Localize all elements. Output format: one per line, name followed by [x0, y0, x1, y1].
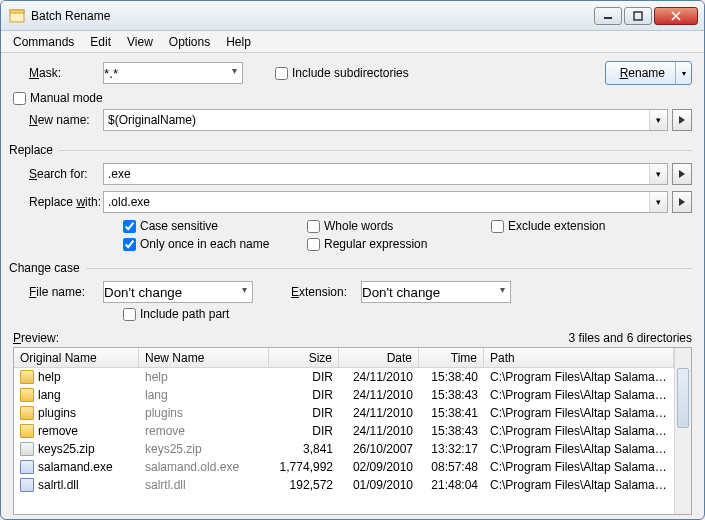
cell-original: remove [38, 424, 78, 438]
table-row[interactable]: salamand.exesalamand.old.exe1,774,99202/… [14, 458, 674, 476]
cell-size: DIR [269, 406, 339, 420]
cell-path: C:\Program Files\Altap Salamander [484, 406, 674, 420]
table-row[interactable]: helphelpDIR24/11/201015:38:40C:\Program … [14, 368, 674, 386]
cell-size: 3,841 [269, 442, 339, 456]
cell-time: 15:38:43 [419, 424, 484, 438]
include-subdirectories-checkbox[interactable]: Include subdirectories [275, 66, 409, 80]
menu-options[interactable]: Options [161, 33, 218, 51]
search-for-input[interactable] [103, 163, 668, 185]
col-new-name[interactable]: New Name [139, 348, 269, 367]
cell-size: DIR [269, 370, 339, 384]
cell-time: 15:38:40 [419, 370, 484, 384]
svg-marker-6 [679, 116, 685, 124]
file-name-case-combo[interactable]: Don't change [103, 281, 253, 303]
cell-date: 24/11/2010 [339, 406, 419, 420]
manual-mode-checkbox[interactable]: Manual mode [13, 91, 103, 105]
extension-case-combo[interactable]: Don't change [361, 281, 511, 303]
table-row[interactable]: keys25.zipkeys25.zip3,84126/10/200713:32… [14, 440, 674, 458]
search-for-dropdown[interactable]: ▾ [649, 164, 667, 184]
cell-path: C:\Program Files\Altap Salamander [484, 370, 674, 384]
rename-button-dropdown[interactable]: ▾ [675, 62, 691, 84]
col-path[interactable]: Path [484, 348, 674, 367]
table-row[interactable]: salrtl.dllsalrtl.dll192,57201/09/201021:… [14, 476, 674, 494]
col-time[interactable]: Time [419, 348, 484, 367]
new-name-label: New name: [13, 113, 103, 127]
maximize-button[interactable] [624, 7, 652, 25]
menu-commands[interactable]: Commands [5, 33, 82, 51]
cell-date: 02/09/2010 [339, 460, 419, 474]
cell-original: salrtl.dll [38, 478, 79, 492]
cell-date: 01/09/2010 [339, 478, 419, 492]
new-name-vars-button[interactable] [672, 109, 692, 131]
file-name-case-label: File name: [13, 285, 103, 299]
preview-summary: 3 files and 6 directories [569, 331, 692, 345]
case-sensitive-checkbox[interactable]: Case sensitive [123, 219, 283, 233]
folder-icon [20, 388, 34, 402]
cell-new: salrtl.dll [139, 478, 269, 492]
replace-section-header: Replace [9, 143, 692, 157]
cell-path: C:\Program Files\Altap Salamander [484, 460, 674, 474]
vertical-scrollbar[interactable] [674, 348, 691, 514]
table-row[interactable]: removeremoveDIR24/11/201015:38:43C:\Prog… [14, 422, 674, 440]
whole-words-checkbox[interactable]: Whole words [307, 219, 467, 233]
menubar: Commands Edit View Options Help [1, 31, 704, 53]
table-row[interactable]: langlangDIR24/11/201015:38:43C:\Program … [14, 386, 674, 404]
cell-path: C:\Program Files\Altap Salamander [484, 442, 674, 456]
menu-help[interactable]: Help [218, 33, 259, 51]
batch-rename-window: Batch Rename Commands Edit View Options … [0, 0, 705, 520]
col-original-name[interactable]: Original Name [14, 348, 139, 367]
application-file-icon [20, 460, 34, 474]
search-for-label: Search for: [13, 167, 103, 181]
new-name-dropdown[interactable]: ▾ [649, 110, 667, 130]
new-name-input[interactable] [103, 109, 668, 131]
titlebar: Batch Rename [1, 1, 704, 31]
cell-date: 24/11/2010 [339, 424, 419, 438]
cell-original: keys25.zip [38, 442, 95, 456]
zip-file-icon [20, 442, 34, 456]
regular-expression-checkbox[interactable]: Regular expression [307, 237, 467, 251]
mask-label: Mask: [13, 66, 103, 80]
extension-case-label: Extension: [291, 285, 347, 299]
scrollbar-thumb[interactable] [677, 368, 689, 428]
col-size[interactable]: Size [269, 348, 339, 367]
search-for-vars-button[interactable] [672, 163, 692, 185]
menu-edit[interactable]: Edit [82, 33, 119, 51]
cell-original: lang [38, 388, 61, 402]
change-case-section-header: Change case [9, 261, 692, 275]
menu-view[interactable]: View [119, 33, 161, 51]
svg-rect-1 [10, 10, 24, 13]
cell-size: DIR [269, 424, 339, 438]
mask-combo[interactable]: *.* [103, 62, 243, 84]
cell-new: plugins [139, 406, 269, 420]
replace-with-vars-button[interactable] [672, 191, 692, 213]
cell-time: 08:57:48 [419, 460, 484, 474]
cell-path: C:\Program Files\Altap Salamander [484, 478, 674, 492]
window-title: Batch Rename [31, 9, 594, 23]
cell-original: salamand.exe [38, 460, 113, 474]
cell-path: C:\Program Files\Altap Salamander [484, 388, 674, 402]
replace-with-dropdown[interactable]: ▾ [649, 192, 667, 212]
close-button[interactable] [654, 7, 698, 25]
cell-time: 15:38:41 [419, 406, 484, 420]
cell-size: 1,774,992 [269, 460, 339, 474]
cell-new: keys25.zip [139, 442, 269, 456]
include-path-part-checkbox[interactable]: Include path part [123, 307, 229, 321]
rename-button[interactable]: Rename ▾ [605, 61, 692, 85]
cell-time: 15:38:43 [419, 388, 484, 402]
rename-button-label: ename [628, 66, 665, 80]
only-once-checkbox[interactable]: Only once in each name [123, 237, 283, 251]
table-row[interactable]: pluginspluginsDIR24/11/201015:38:41C:\Pr… [14, 404, 674, 422]
preview-label: Preview: [13, 331, 59, 345]
cell-new: lang [139, 388, 269, 402]
col-date[interactable]: Date [339, 348, 419, 367]
minimize-button[interactable] [594, 7, 622, 25]
cell-new: remove [139, 424, 269, 438]
cell-time: 21:48:04 [419, 478, 484, 492]
svg-marker-8 [679, 198, 685, 206]
cell-time: 13:32:17 [419, 442, 484, 456]
cell-path: C:\Program Files\Altap Salamander [484, 424, 674, 438]
cell-date: 24/11/2010 [339, 370, 419, 384]
cell-original: plugins [38, 406, 76, 420]
replace-with-input[interactable] [103, 191, 668, 213]
exclude-extension-checkbox[interactable]: Exclude extension [491, 219, 651, 233]
